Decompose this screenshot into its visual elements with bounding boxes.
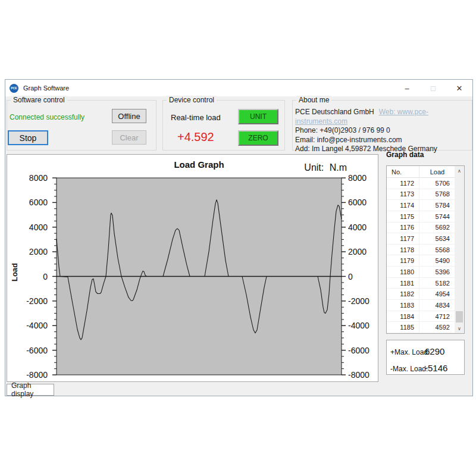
table-row[interactable]: 11805396	[387, 267, 455, 278]
about-label: About me	[296, 96, 331, 104]
zero-button[interactable]: ZERO	[238, 130, 278, 146]
cell-no: 1178	[387, 245, 419, 255]
title-bar[interactable]: PCE Graph Software – □ ✕	[5, 80, 472, 96]
realtime-load-label: Real-time load	[171, 113, 236, 122]
cell-load: 5768	[419, 189, 455, 200]
y-tick-label-left: -8000	[26, 370, 48, 380]
graph-data-table: No. Load 1172570611735768117457841175574…	[386, 165, 465, 334]
scrollbar-thumb[interactable]	[456, 311, 463, 322]
cell-load: 5744	[419, 211, 455, 222]
tab-graph-display[interactable]: Graph display	[7, 384, 54, 396]
y-tick-label-right: 8000	[348, 173, 367, 183]
cell-no: 1185	[387, 322, 419, 333]
cell-no: 1181	[387, 278, 419, 289]
app-window: PCE Graph Software – □ ✕ Software contro…	[5, 79, 473, 396]
load-chart: 8000800060006000400040002000200000-2000-…	[7, 155, 378, 381]
cell-no: 1184	[387, 311, 419, 322]
table-row[interactable]: 11834834	[387, 300, 455, 311]
cell-no: 1177	[387, 233, 419, 244]
pos-max-label: +Max. Load:	[390, 348, 430, 356]
table-row[interactable]: 11795490	[387, 255, 455, 267]
table-row[interactable]: 11824954	[387, 289, 455, 300]
clear-button[interactable]: Clear	[112, 130, 146, 145]
cell-no: 1182	[387, 289, 419, 299]
table-row[interactable]: 11815182	[387, 278, 455, 289]
y-tick-label-right: 6000	[348, 198, 367, 207]
table-row[interactable]: 11765692	[387, 223, 455, 234]
y-tick-label-left: 6000	[29, 198, 48, 207]
app-logo-icon: PCE	[10, 84, 18, 93]
y-tick-label-left: 0	[43, 272, 48, 281]
about-group: About me PCE Deutschland GmbHWeb: www.pc…	[292, 100, 472, 151]
table-header: No. Load	[387, 166, 455, 178]
pos-max-value: 6290	[425, 346, 444, 356]
close-icon: ✕	[456, 84, 463, 93]
graph-panel: Load Graph Unit: N.m Load 80008000600060…	[7, 154, 378, 382]
y-tick-label-left: 4000	[29, 223, 48, 232]
y-tick-label-left: -6000	[26, 346, 48, 355]
device-control-label: Device control	[167, 96, 217, 104]
cell-load: 5182	[419, 278, 455, 289]
y-tick-label-right: -8000	[348, 370, 369, 380]
table-body: 1172570611735768117457841175574411765692…	[387, 178, 455, 333]
cell-load: 4592	[419, 322, 455, 333]
y-tick-label-left: 8000	[29, 173, 48, 183]
table-row[interactable]: 11775634	[387, 233, 455, 245]
table-row[interactable]: 11745784	[387, 200, 455, 211]
cell-load: 4954	[419, 289, 455, 299]
window-title: Graph Software	[23, 84, 69, 92]
cell-no: 1174	[387, 200, 419, 211]
cell-load: 5490	[419, 255, 455, 266]
cell-load: 5634	[419, 233, 455, 244]
y-tick-label-right: 2000	[348, 247, 367, 256]
scroll-up-icon[interactable]: ∧	[455, 166, 464, 176]
cell-load: 4712	[419, 311, 455, 322]
stop-button[interactable]: Stop	[8, 130, 48, 145]
y-tick-label-left: -4000	[26, 321, 48, 330]
about-email: Email: info@pce-instruments.com	[295, 136, 469, 145]
about-company-line: PCE Deutschland GmbHWeb: www.pce-instrum…	[295, 108, 469, 126]
cell-load: 5692	[419, 223, 455, 233]
about-text: PCE Deutschland GmbHWeb: www.pce-instrum…	[295, 108, 469, 154]
minimize-button[interactable]: –	[394, 80, 420, 96]
y-tick-label-left: -2000	[26, 296, 48, 306]
y-tick-label-right: -2000	[348, 296, 369, 306]
maximize-icon: □	[431, 84, 436, 93]
cell-load: 5784	[419, 200, 455, 211]
y-tick-label-right: 0	[348, 272, 353, 281]
software-control-label: Software control	[11, 96, 67, 104]
neg-max-value: -5146	[425, 363, 447, 373]
connection-status: Connected successfully	[10, 113, 84, 121]
window-controls: – □ ✕	[394, 80, 472, 96]
cell-no: 1173	[387, 189, 419, 200]
table-row[interactable]: 11735768	[387, 189, 455, 201]
table-row[interactable]: 11755744	[387, 211, 455, 223]
table-scrollbar[interactable]: ∧ ∨	[455, 166, 464, 333]
y-tick-label-right: 4000	[348, 223, 367, 232]
scroll-down-icon[interactable]: ∨	[455, 324, 464, 333]
table-row[interactable]: 11725706	[387, 178, 455, 189]
y-tick-label-left: 2000	[29, 247, 48, 256]
maximize-button[interactable]: □	[420, 80, 446, 96]
about-address: Add: Im Langel 4,59872 Meschede Germany	[295, 145, 469, 154]
unit-button[interactable]: UNIT	[238, 109, 278, 124]
cell-no: 1175	[387, 211, 419, 222]
cell-no: 1172	[387, 178, 419, 189]
offline-button[interactable]: Offline	[112, 109, 146, 123]
column-header-no[interactable]: No.	[387, 166, 419, 177]
table-row[interactable]: 11785568	[387, 245, 455, 256]
y-tick-label-right: -4000	[348, 321, 369, 330]
cell-no: 1180	[387, 267, 419, 277]
neg-max-label: -Max. Load:	[390, 365, 428, 373]
cell-load: 4834	[419, 300, 455, 311]
cell-load: 5568	[419, 245, 455, 255]
close-button[interactable]: ✕	[446, 80, 472, 96]
cell-load: 5396	[419, 267, 455, 277]
y-tick-label-right: -6000	[348, 346, 369, 355]
table-row[interactable]: 11844712	[387, 311, 455, 322]
about-phone: Phone: +49(0)2903 / 976 99 0	[295, 126, 469, 136]
table-row[interactable]: 11854592	[387, 322, 455, 333]
cell-no: 1183	[387, 300, 419, 311]
cell-no: 1176	[387, 223, 419, 233]
column-header-load[interactable]: Load	[419, 166, 455, 177]
